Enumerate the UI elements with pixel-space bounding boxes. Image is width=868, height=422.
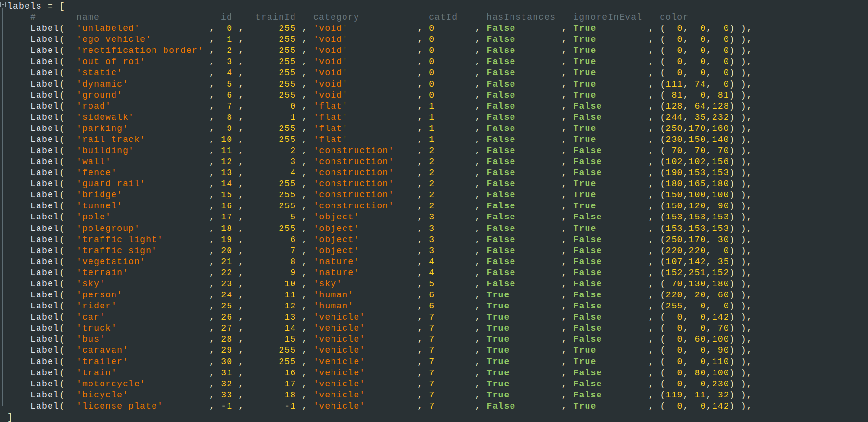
label-name-string: 'caravan' [77,345,209,355]
number-literal: 20 [221,246,232,256]
number-literal: 152 [666,268,683,278]
label-constructor: Label [30,68,59,77]
code-line-label-row: Label( 'truck' , 27 , 14 , 'vehicle' , 7… [7,323,868,334]
has-instances-keyword: False [486,279,562,289]
fold-guide-corner [2,406,7,406]
ignore-in-eval-keyword: True [573,68,648,77]
ignore-in-eval-keyword: True [573,79,648,89]
code-line-label-row: Label( 'out of roi' , 3 , 255 , 'void' ,… [7,56,868,67]
category-string: 'human' [313,290,417,300]
number-literal: 64 [695,102,706,111]
category-string: 'human' [313,301,417,311]
color-tuple: ( 0, 0, 0) [660,46,735,55]
ignore-in-eval-keyword: False [573,334,648,344]
fold-collapse-icon[interactable] [0,2,6,7]
number-literal: 255 [279,57,296,66]
number-literal: 0 [701,379,706,389]
number-literal: 152 [712,268,729,278]
ignore-in-eval-keyword: False [573,212,648,222]
has-instances-keyword: False [486,146,562,155]
number-literal: 8 [290,257,296,267]
color-tuple: ( 0, 0,230) [660,379,735,389]
color-tuple: (220,220, 0) [660,246,735,256]
category-string: 'flat' [313,135,417,144]
number-literal: 16 [284,368,296,378]
label-name-string: 'polegroup' [77,224,209,233]
number-literal: 80 [695,368,706,378]
number-literal: 5 [290,212,296,222]
category-string: 'void' [313,90,417,100]
code-line-label-row: Label( 'vegetation' , 21 , 8 , 'nature' … [7,256,868,268]
category-string: 'vehicle' [313,401,417,411]
number-literal: 7 [429,368,434,378]
color-tuple: (150,100,100) [660,190,735,200]
number-literal: 7 [227,102,232,111]
number-literal: 1 [429,102,434,111]
number-literal: 0 [701,357,706,367]
category-string: 'vehicle' [313,390,417,400]
number-literal: 100 [712,190,729,200]
number-literal: 153 [689,168,706,178]
number-literal: 10 [221,135,232,144]
category-string: 'nature' [313,268,417,278]
code-area[interactable]: labels = [ # name id trainId category ca… [7,0,868,422]
number-literal: 119 [666,390,683,400]
number-literal: 0 [701,323,706,333]
label-name-string: 'bicycle' [77,390,209,400]
has-instances-keyword: False [486,246,562,256]
ignore-in-eval-keyword: True [573,179,648,189]
fold-minus-glyph [2,4,4,5]
code-line-label-row: Label( 'unlabeled' , 0 , 255 , 'void' , … [7,23,868,34]
number-literal: 24 [221,290,232,300]
number-literal: 128 [712,102,729,111]
number-literal: 255 [279,201,296,211]
number-literal: 0 [701,46,706,55]
ignore-in-eval-keyword: False [573,323,648,333]
has-instances-keyword: True [486,390,562,400]
code-line-label-row: Label( 'rail track' , 10 , 255 , 'flat' … [7,134,868,145]
number-literal: 6 [429,290,434,300]
label-constructor: Label [30,345,59,355]
ignore-in-eval-keyword: True [574,401,649,411]
number-literal: 102 [666,157,683,166]
category-string: 'void' [313,46,417,55]
color-tuple: ( 0, 0, 70) [660,323,735,333]
number-literal: 255 [279,79,296,89]
ignore-in-eval-keyword: True [573,90,648,100]
category-string: 'construction' [313,179,417,189]
number-literal: 100 [712,368,729,378]
number-literal: 255 [279,124,296,133]
ignore-in-eval-keyword: False [573,379,648,389]
label-constructor: Label [30,401,59,411]
ignore-in-eval-keyword: True [573,24,648,33]
category-string: 'construction' [313,201,417,211]
label-constructor: Label [30,368,59,378]
ignore-in-eval-keyword: False [573,279,648,289]
code-line-label-row: Label( 'ground' , 6 , 255 , 'void' , 0 ,… [7,90,868,101]
number-literal: 1 [290,113,296,122]
category-string: 'construction' [313,157,417,166]
number-literal: 255 [279,46,296,55]
category-string: 'vehicle' [313,312,417,322]
category-string: 'vehicle' [313,345,417,355]
label-constructor: Label [30,301,59,311]
label-constructor: Label [30,79,59,89]
number-literal: 3 [429,224,434,233]
label-name-string: 'sidewalk' [77,113,209,122]
category-string: 'vehicle' [313,334,417,344]
color-tuple: (180,165,180) [660,179,735,189]
number-literal: 2 [429,179,434,189]
number-literal: 19 [221,235,232,244]
number-literal: 0 [677,24,683,33]
number-literal: 153 [666,212,683,222]
category-string: 'vehicle' [313,379,417,389]
number-literal: 32 [718,390,729,400]
number-literal: 13 [284,312,296,322]
code-line-label-row: Label( 'guard rail' , 14 , 255 , 'constr… [7,179,868,190]
ignore-in-eval-keyword: True [573,57,648,66]
number-literal: 1 [227,35,232,44]
label-name-string: 'ground' [77,90,209,100]
has-instances-keyword: False [486,190,562,200]
has-instances-keyword: False [486,102,562,111]
label-constructor: Label [30,224,59,233]
